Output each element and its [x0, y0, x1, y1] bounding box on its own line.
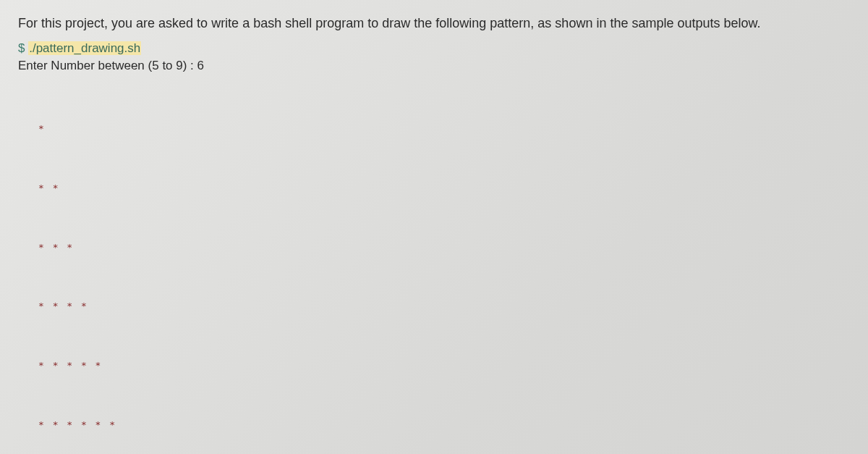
pattern-output: * * * * * * * * * * * * * * * * * * * * … — [38, 79, 850, 454]
command-run-1: $ ./pattern_drawing.sh — [18, 41, 850, 56]
pattern-line: * * * — [38, 237, 850, 257]
pattern-line: * * * * * * — [38, 415, 850, 434]
pattern-line: * * — [38, 178, 850, 198]
script-name-1: ./pattern_drawing.sh — [28, 41, 141, 55]
input-label-1: Enter Number between (5 to 9) : — [18, 59, 197, 72]
input-value-1: 6 — [197, 59, 204, 72]
pattern-line: * * * * * — [38, 356, 850, 375]
input-prompt-1: Enter Number between (5 to 9) : 6 — [18, 59, 850, 73]
pattern-line: * — [38, 119, 850, 138]
project-instruction: For this project, you are asked to write… — [18, 14, 850, 33]
pattern-line: * * * * — [38, 296, 850, 316]
shell-prompt-1: $ — [18, 41, 28, 55]
